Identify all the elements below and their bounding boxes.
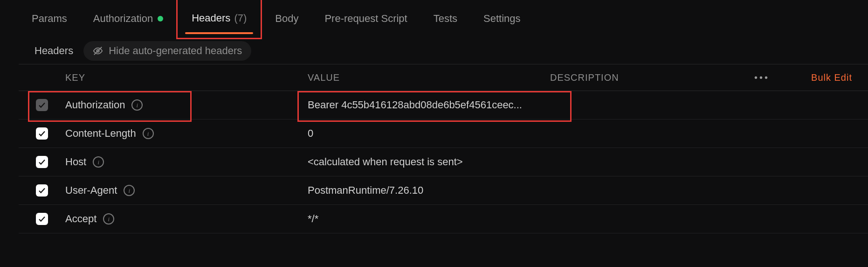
- tab-authorization[interactable]: Authorization: [80, 0, 176, 37]
- tab-label: Params: [32, 13, 67, 25]
- col-key: KEY: [65, 72, 308, 83]
- more-columns-button[interactable]: •••: [754, 72, 770, 83]
- row-checkbox[interactable]: [36, 184, 48, 197]
- table-row: Hosti<calculated when request is sent>: [19, 148, 868, 176]
- header-key[interactable]: Content-Length: [65, 127, 136, 140]
- table-row: Accepti*/*: [19, 205, 868, 233]
- bulk-edit-button[interactable]: Bulk Edit: [811, 72, 852, 83]
- tab-label: Pre-request Script: [324, 13, 407, 25]
- col-value: VALUE: [308, 72, 550, 83]
- hide-autogenerated-button[interactable]: Hide auto-generated headers: [83, 41, 251, 61]
- tab-params[interactable]: Params: [19, 0, 80, 37]
- hide-autogenerated-label: Hide auto-generated headers: [109, 45, 242, 57]
- header-key[interactable]: Accept: [65, 213, 96, 225]
- tab-count: (7): [234, 12, 247, 24]
- tab-tests[interactable]: Tests: [420, 0, 470, 37]
- header-value[interactable]: Bearer 4c55b416128abd08de6b5ef4561ceec..…: [308, 99, 522, 111]
- info-icon[interactable]: i: [131, 99, 143, 111]
- request-tabs: Params Authorization Headers (7) Body Pr…: [19, 0, 868, 38]
- info-icon[interactable]: i: [103, 213, 114, 225]
- eye-off-icon: [93, 46, 103, 56]
- row-checkbox[interactable]: [36, 156, 48, 168]
- tab-prerequest[interactable]: Pre-request Script: [311, 0, 420, 37]
- headers-table-body: AuthorizationiBearer 4c55b416128abd08de6…: [19, 91, 868, 233]
- header-value[interactable]: PostmanRuntime/7.26.10: [308, 184, 423, 196]
- info-icon[interactable]: i: [124, 185, 135, 196]
- info-icon[interactable]: i: [93, 156, 104, 168]
- headers-subbar: Headers Hide auto-generated headers: [19, 38, 868, 64]
- tab-settings[interactable]: Settings: [470, 0, 534, 37]
- row-checkbox[interactable]: [36, 99, 48, 111]
- tab-label: Tests: [434, 13, 457, 25]
- header-value[interactable]: <calculated when request is sent>: [308, 156, 463, 168]
- row-checkbox[interactable]: [36, 127, 48, 140]
- highlight-box: Headers (7): [176, 0, 262, 39]
- status-dot-icon: [158, 16, 163, 21]
- headers-table-header: KEY VALUE DESCRIPTION ••• Bulk Edit: [19, 64, 868, 91]
- header-value[interactable]: */*: [308, 213, 318, 225]
- row-checkbox[interactable]: [36, 213, 48, 225]
- header-key[interactable]: Host: [65, 156, 86, 168]
- headers-subtitle: Headers: [34, 45, 73, 57]
- info-icon[interactable]: i: [143, 128, 154, 139]
- tab-label: Body: [275, 13, 298, 25]
- header-key[interactable]: Authorization: [65, 99, 125, 111]
- header-key[interactable]: User-Agent: [65, 184, 117, 197]
- table-row: User-AgentiPostmanRuntime/7.26.10: [19, 176, 868, 205]
- tab-label: Headers: [192, 12, 230, 24]
- col-description: DESCRIPTION: [550, 72, 754, 83]
- table-row: AuthorizationiBearer 4c55b416128abd08de6…: [19, 91, 868, 119]
- tab-label: Authorization: [93, 13, 153, 25]
- tab-label: Settings: [483, 13, 521, 25]
- table-row: Content-Lengthi0: [19, 119, 868, 148]
- tab-headers[interactable]: Headers (7): [179, 0, 260, 37]
- tab-body[interactable]: Body: [262, 0, 311, 37]
- header-value[interactable]: 0: [308, 127, 313, 139]
